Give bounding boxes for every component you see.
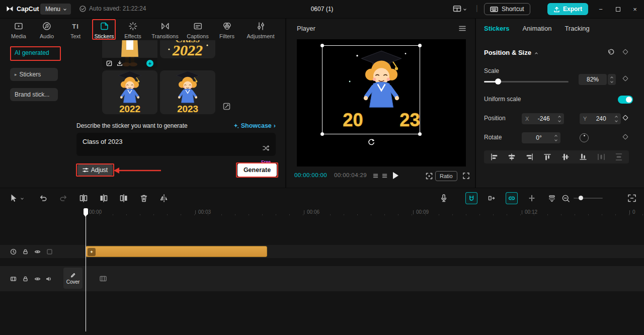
player-menu-icon[interactable] <box>459 26 466 31</box>
showcase-link[interactable]: Showcase › <box>233 122 276 129</box>
viewfinder-icon[interactable] <box>425 172 433 180</box>
timeline-zoom-thumb[interactable] <box>579 196 583 200</box>
align-left-icon[interactable] <box>490 153 498 161</box>
tab-captions[interactable]: Captions <box>187 21 208 39</box>
tab-properties-tracking[interactable]: Tracking <box>565 25 589 32</box>
tab-text[interactable]: TI Text <box>70 21 80 39</box>
position-x-stepper[interactable] <box>558 116 560 122</box>
lock-icon[interactable] <box>22 276 29 282</box>
tab-filters[interactable]: Filters <box>219 21 234 39</box>
linkage-toggle[interactable] <box>506 192 518 204</box>
preview-axis-toggle[interactable] <box>526 192 538 204</box>
lock-icon[interactable] <box>22 248 29 255</box>
video-preview[interactable]: 20 23 <box>297 39 466 166</box>
ratio-button[interactable]: Ratio <box>435 171 457 181</box>
fit-timeline-icon[interactable] <box>627 193 637 203</box>
rotate-handle-icon[interactable] <box>368 138 375 145</box>
minimize-button[interactable]: − <box>593 0 609 18</box>
shuffle-icon[interactable] <box>262 144 270 152</box>
generate-button[interactable]: Generate <box>237 163 277 177</box>
main-track-magnetic-toggle[interactable] <box>465 192 477 204</box>
tab-stickers[interactable]: Stickers <box>94 21 114 39</box>
position-keyframe-icon[interactable] <box>622 115 628 120</box>
play-button[interactable] <box>393 172 398 179</box>
track-duration-icon[interactable] <box>10 248 17 255</box>
align-top-icon[interactable] <box>543 153 551 161</box>
sidebar-item-brand-stickers[interactable]: Brand stick... <box>10 88 58 101</box>
playhead[interactable] <box>86 208 86 331</box>
fullscreen-icon[interactable] <box>462 172 470 180</box>
distribute-vertical-icon[interactable] <box>615 153 623 161</box>
split-icon[interactable] <box>78 193 89 203</box>
playhead-handle[interactable] <box>84 208 88 215</box>
sticker-clip[interactable]: ✦ <box>86 246 267 257</box>
collapse-icon[interactable] <box>535 52 538 55</box>
sidebar-item-stickers[interactable]: ▸ Stickers <box>10 68 58 81</box>
delete-left-icon[interactable] <box>99 193 109 203</box>
tab-adjustment[interactable]: Adjustment <box>247 21 274 39</box>
tab-media[interactable]: Media <box>11 21 26 39</box>
uniform-scale-toggle[interactable] <box>618 96 633 104</box>
download-icon[interactable] <box>117 60 123 66</box>
delete-right-icon[interactable] <box>119 193 129 203</box>
fold-tracks-toggle[interactable] <box>546 192 558 204</box>
align-right-icon[interactable] <box>526 153 534 161</box>
selection-handle-tr[interactable] <box>418 44 422 47</box>
auto-ripple-toggle[interactable] <box>486 192 498 204</box>
feedback-edit-icon[interactable] <box>223 103 230 110</box>
maximize-button[interactable] <box>610 0 626 18</box>
scale-keyframe-icon[interactable] <box>622 75 628 81</box>
sticker-thumb-2[interactable]: Class 2022 <box>160 40 215 58</box>
align-bottom-icon[interactable] <box>579 153 587 161</box>
undo-icon[interactable] <box>38 193 48 203</box>
video-track-icon[interactable] <box>10 276 17 282</box>
mute-icon[interactable] <box>45 276 52 282</box>
redo-icon[interactable] <box>58 193 68 203</box>
prompt-input[interactable]: Class of 2023 <box>76 133 276 156</box>
export-button[interactable]: Export <box>547 3 588 15</box>
selection-handle-tl[interactable] <box>320 44 324 47</box>
delete-icon[interactable] <box>139 193 149 203</box>
rotate-value-box[interactable]: 0° <box>522 132 560 143</box>
adjust-button[interactable]: Adjust <box>77 164 113 176</box>
zoom-out-icon[interactable] <box>561 194 570 203</box>
tab-properties-animation[interactable]: Animation <box>523 25 552 32</box>
select-tool-icon[interactable] <box>8 193 18 203</box>
sticker-thumb-1[interactable]: + <box>102 40 157 69</box>
position-y-box[interactable]: Y 240 <box>580 113 621 124</box>
sticker-thumb-4[interactable]: 2023 <box>160 70 215 114</box>
sidebar-item-ai-generated[interactable]: AI generated <box>10 46 58 59</box>
add-sticker-icon[interactable]: + <box>146 60 153 67</box>
list-icon[interactable] <box>373 173 378 179</box>
reset-icon[interactable] <box>607 49 614 56</box>
timeline-zoom-slider[interactable] <box>574 198 603 199</box>
rotate-stepper[interactable] <box>555 135 557 141</box>
list-icon[interactable] <box>382 173 387 179</box>
visibility-icon[interactable] <box>34 248 41 255</box>
mirror-icon[interactable] <box>159 193 169 203</box>
tab-audio[interactable]: Audio <box>40 21 54 39</box>
tab-properties-stickers[interactable]: Stickers <box>484 25 510 32</box>
align-center-vertical-icon[interactable] <box>561 153 570 161</box>
timeline-ruler[interactable]: 00:00 00:03 00:06 00:09 00:12 0 <box>0 208 644 216</box>
tab-effects[interactable]: Effects <box>124 21 141 39</box>
position-y-stepper[interactable] <box>615 116 617 122</box>
scale-slider-thumb[interactable] <box>495 78 501 85</box>
edit-icon[interactable] <box>106 60 112 66</box>
rotate-dial[interactable] <box>580 133 589 142</box>
scale-value-box[interactable]: 82% <box>579 74 607 85</box>
position-x-box[interactable]: X -246 <box>522 113 564 124</box>
selection-handle-br[interactable] <box>418 132 422 136</box>
distribute-horizontal-icon[interactable] <box>597 153 605 161</box>
visibility-icon[interactable] <box>34 276 41 282</box>
layout-switch-button[interactable] <box>453 5 466 13</box>
voiceover-mic-icon[interactable] <box>439 193 449 203</box>
cover-button[interactable]: Cover <box>63 268 83 289</box>
selection-box[interactable] <box>322 45 420 134</box>
scale-stepper[interactable] <box>608 74 616 85</box>
tab-transitions[interactable]: Transitions <box>151 21 178 39</box>
keyframe-icon[interactable] <box>622 49 628 54</box>
track-checkbox-icon[interactable] <box>46 248 53 255</box>
rotate-keyframe-icon[interactable] <box>622 134 628 139</box>
select-tool-caret-icon[interactable] <box>21 197 24 200</box>
